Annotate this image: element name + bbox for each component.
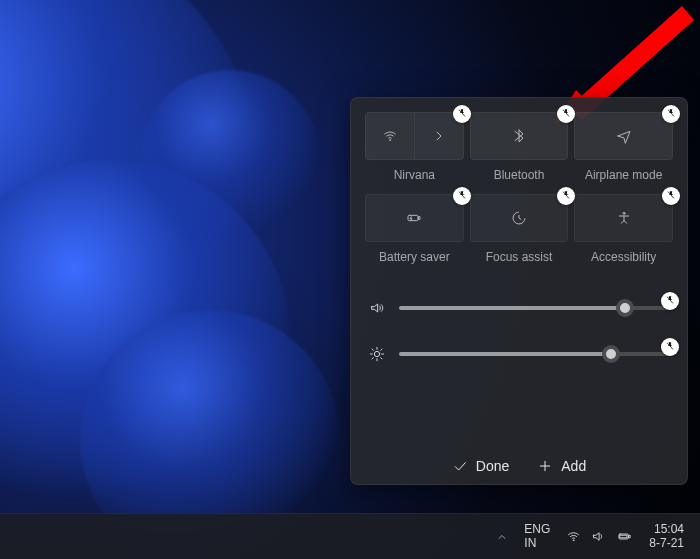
volume-icon xyxy=(367,300,387,316)
bluetooth-tile[interactable] xyxy=(470,112,569,160)
svg-point-13 xyxy=(374,351,379,356)
volume-slider[interactable] xyxy=(399,306,671,310)
language-primary: ENG xyxy=(524,523,550,536)
airplane-icon xyxy=(616,128,632,144)
brightness-slider[interactable] xyxy=(399,352,671,356)
airplane-mode-tile[interactable] xyxy=(574,112,673,160)
add-button[interactable]: Add xyxy=(537,458,586,474)
unpin-icon xyxy=(665,341,675,353)
unpin-button-battery-saver[interactable] xyxy=(453,187,471,205)
language-indicator[interactable]: ENG IN xyxy=(524,523,550,549)
wifi-toggle[interactable] xyxy=(366,113,415,159)
svg-rect-27 xyxy=(629,535,630,538)
svg-rect-28 xyxy=(620,535,627,538)
unpin-button-focus-assist[interactable] xyxy=(557,187,575,205)
language-secondary: IN xyxy=(524,537,550,550)
svg-line-21 xyxy=(381,349,382,350)
focus-assist-tile[interactable] xyxy=(470,194,569,242)
unpin-icon xyxy=(561,190,571,202)
svg-line-19 xyxy=(381,358,382,359)
focus-assist-icon xyxy=(511,210,527,226)
unpin-icon xyxy=(665,295,675,307)
svg-point-2 xyxy=(390,140,391,141)
battery-saver-tile[interactable] xyxy=(365,194,464,242)
svg-line-18 xyxy=(372,349,373,350)
chevron-right-icon xyxy=(431,128,447,144)
battery-tray-icon xyxy=(616,529,633,544)
volume-tray-icon xyxy=(591,529,606,544)
unpin-icon xyxy=(666,190,676,202)
clock-time: 15:04 xyxy=(649,523,684,537)
unpin-icon xyxy=(457,190,467,202)
svg-line-20 xyxy=(372,358,373,359)
unpin-button-bluetooth[interactable] xyxy=(557,105,575,123)
battery-saver-icon xyxy=(406,210,422,226)
accessibility-tile-label: Accessibility xyxy=(574,250,673,264)
accessibility-tile[interactable] xyxy=(574,194,673,242)
taskbar: ENG IN 15:04 8-7-21 xyxy=(0,513,700,559)
battery-saver-tile-label: Battery saver xyxy=(365,250,464,264)
svg-point-25 xyxy=(573,540,574,541)
check-icon xyxy=(452,458,468,474)
accessibility-icon xyxy=(616,210,632,226)
brightness-icon xyxy=(367,346,387,362)
svg-rect-7 xyxy=(419,217,420,220)
wifi-icon xyxy=(382,128,398,144)
bluetooth-tile-label: Bluetooth xyxy=(470,168,569,182)
airplane-mode-tile-label: Airplane mode xyxy=(574,168,673,182)
done-button[interactable]: Done xyxy=(452,458,509,474)
clock-date: 8-7-21 xyxy=(649,537,684,551)
unpin-icon xyxy=(561,108,571,120)
unpin-button-accessibility[interactable] xyxy=(662,187,680,205)
wifi-tile-label: Nirvana xyxy=(365,168,464,182)
unpin-button-wifi[interactable] xyxy=(453,105,471,123)
clock[interactable]: 15:04 8-7-21 xyxy=(649,523,684,551)
focus-assist-tile-label: Focus assist xyxy=(470,250,569,264)
system-tray[interactable] xyxy=(566,529,633,544)
unpin-button-brightness[interactable] xyxy=(661,338,679,356)
svg-rect-6 xyxy=(408,215,418,220)
wifi-tray-icon xyxy=(566,529,581,544)
plus-icon xyxy=(537,458,553,474)
bluetooth-icon xyxy=(511,128,527,144)
add-button-label: Add xyxy=(561,458,586,474)
quick-settings-panel: Nirvana Bluetooth xyxy=(350,97,688,485)
unpin-button-volume[interactable] xyxy=(661,292,679,310)
tray-overflow-button[interactable] xyxy=(496,531,508,543)
unpin-button-airplane[interactable] xyxy=(662,105,680,123)
done-button-label: Done xyxy=(476,458,509,474)
unpin-icon xyxy=(666,108,676,120)
wifi-tile[interactable] xyxy=(365,112,464,160)
unpin-icon xyxy=(457,108,467,120)
svg-point-10 xyxy=(623,212,625,214)
wallpaper-wave xyxy=(140,70,320,250)
